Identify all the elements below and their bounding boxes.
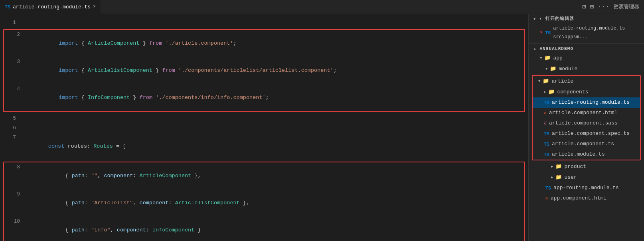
user-arrow bbox=[551, 173, 553, 182]
code-line-5: 5 bbox=[0, 114, 528, 123]
split-editor-icon[interactable]: ⊞ bbox=[590, 3, 594, 11]
ts-icon: TS bbox=[5, 4, 10, 9]
close-file-icon[interactable]: × bbox=[540, 28, 543, 37]
article-routing-ts-icon: TS bbox=[544, 98, 549, 107]
article-component-sass[interactable]: ℰ article.component.sass bbox=[533, 118, 640, 128]
compare-icon[interactable]: ⊡ bbox=[582, 3, 586, 11]
code-line-1: 1 bbox=[0, 18, 528, 28]
tab-actions: ⊡ ⊞ ··· 资源管理器 bbox=[577, 3, 644, 11]
code-line-3: 3 import { ArticlelistComponent } from '… bbox=[4, 57, 524, 84]
import-highlight-box: 2 import { ArticleComponent } from './ar… bbox=[3, 29, 525, 112]
article-module-ts[interactable]: TS article.module.ts bbox=[533, 149, 640, 160]
divider-1 bbox=[529, 43, 644, 43]
article-folder-label: article bbox=[551, 77, 573, 86]
open-file-ts-icon: TS bbox=[545, 28, 551, 37]
article-component-spec-label: article.component.spec.ts bbox=[552, 129, 630, 138]
app-folder[interactable]: 📁 app bbox=[529, 53, 644, 63]
module-ts-icon: TS bbox=[544, 150, 549, 159]
article-module-ts-label: article.module.ts bbox=[552, 150, 605, 159]
code-line-2: 2 import { ArticleComponent } from './ar… bbox=[4, 30, 524, 57]
open-editors-arrow bbox=[533, 16, 536, 21]
components-folder[interactable]: 📁 components bbox=[533, 87, 640, 97]
code-line-4: 4 import { InfoComponent } from './compo… bbox=[4, 84, 524, 111]
article-arrow bbox=[538, 77, 540, 86]
article-component-ts-label: article.component.ts bbox=[552, 140, 614, 148]
product-folder[interactable]: 📁 product bbox=[529, 161, 644, 172]
user-folder-icon: 📁 bbox=[555, 173, 562, 182]
article-folder-icon: 📁 bbox=[543, 77, 549, 86]
resource-manager-label: 资源管理器 bbox=[613, 3, 639, 10]
article-routing-file[interactable]: TS article-routing.module.ts bbox=[533, 97, 640, 108]
components-folder-label: components bbox=[557, 88, 588, 97]
editor-area[interactable]: 1 2 import { ArticleComponent } from './… bbox=[0, 14, 528, 241]
article-component-spec[interactable]: TS article.component.spec.ts bbox=[533, 128, 640, 139]
components-folder-icon: 📁 bbox=[548, 88, 555, 97]
code-line-7: 7 const routes: Routes = [ bbox=[0, 133, 528, 160]
open-file-label: article-routing.module.ts src\app\m... bbox=[553, 24, 639, 41]
more-actions-icon[interactable]: ··· bbox=[598, 3, 609, 10]
app-component-html[interactable]: ◇ app.component.html bbox=[529, 193, 644, 203]
tab-filename: article-routing.module.ts bbox=[13, 4, 91, 10]
active-tab[interactable]: TS article-routing.module.ts × bbox=[0, 0, 101, 14]
main-layout: 1 2 import { ArticleComponent } from './… bbox=[0, 14, 644, 241]
user-folder[interactable]: 📁 user bbox=[529, 172, 644, 183]
module-folder-icon: 📁 bbox=[550, 65, 556, 73]
product-folder-label: product bbox=[564, 162, 586, 171]
article-folder[interactable]: 📁 article bbox=[533, 76, 640, 87]
product-arrow bbox=[551, 162, 553, 171]
tab-bar: TS article-routing.module.ts × ⊡ ⊞ ··· 资… bbox=[0, 0, 644, 14]
app-html-icon: ◇ bbox=[545, 194, 548, 203]
article-component-html-label: article.component.html bbox=[549, 109, 618, 117]
sidebar: ▾ 打开的编辑器 × TS article-routing.module.ts … bbox=[528, 14, 644, 241]
app-folder-label: app bbox=[553, 54, 562, 63]
article-component-html[interactable]: ◇ article.component.html bbox=[533, 108, 640, 118]
code-line-8: 8 { path: "", component: ArticleComponen… bbox=[4, 162, 524, 190]
close-icon[interactable]: × bbox=[93, 4, 96, 10]
article-section-box: 📁 article 📁 components TS article-routin… bbox=[532, 75, 641, 160]
sass-icon: ℰ bbox=[544, 119, 547, 128]
module-arrow bbox=[545, 64, 547, 73]
article-component-sass-label: article.component.sass bbox=[549, 119, 618, 128]
project-section[interactable]: ▴ ANGUALRDEMO bbox=[529, 44, 644, 53]
module-folder-label: module bbox=[559, 65, 577, 73]
product-folder-icon: 📁 bbox=[555, 162, 562, 171]
component-ts-icon: TS bbox=[544, 140, 549, 148]
project-label: ▴ ANGUALRDEMO bbox=[533, 46, 573, 51]
app-arrow bbox=[540, 53, 542, 63]
app-folder-icon: 📁 bbox=[544, 54, 551, 63]
open-editors-label: ▾ 打开的编辑器 bbox=[539, 16, 574, 22]
spec-ts-icon: TS bbox=[544, 129, 549, 138]
app-routing-file[interactable]: TS app-routing.module.ts bbox=[529, 183, 644, 193]
components-arrow bbox=[544, 87, 546, 97]
code-line-9: 9 { path: "Articlelist", component: Arti… bbox=[4, 190, 524, 217]
article-routing-label: article-routing.module.ts bbox=[552, 98, 630, 107]
module-folder[interactable]: 📁 module bbox=[529, 63, 644, 74]
app-routing-ts-icon: TS bbox=[545, 184, 551, 192]
html-icon: ◇ bbox=[544, 109, 547, 117]
app-routing-label: app-routing.module.ts bbox=[553, 184, 619, 192]
user-folder-label: user bbox=[564, 173, 577, 182]
code-line-10: 10 { path: "Info", component: InfoCompon… bbox=[4, 217, 524, 241]
open-editors-section[interactable]: ▾ 打开的编辑器 bbox=[529, 14, 644, 23]
app-component-html-label: app.component.html bbox=[551, 194, 606, 203]
code-line-6: 6 bbox=[0, 123, 528, 133]
article-component-ts[interactable]: TS article.component.ts bbox=[533, 139, 640, 149]
open-file-item[interactable]: × TS article-routing.module.ts src\app\m… bbox=[529, 23, 644, 42]
routes-highlight-box: 8 { path: "", component: ArticleComponen… bbox=[3, 162, 525, 241]
